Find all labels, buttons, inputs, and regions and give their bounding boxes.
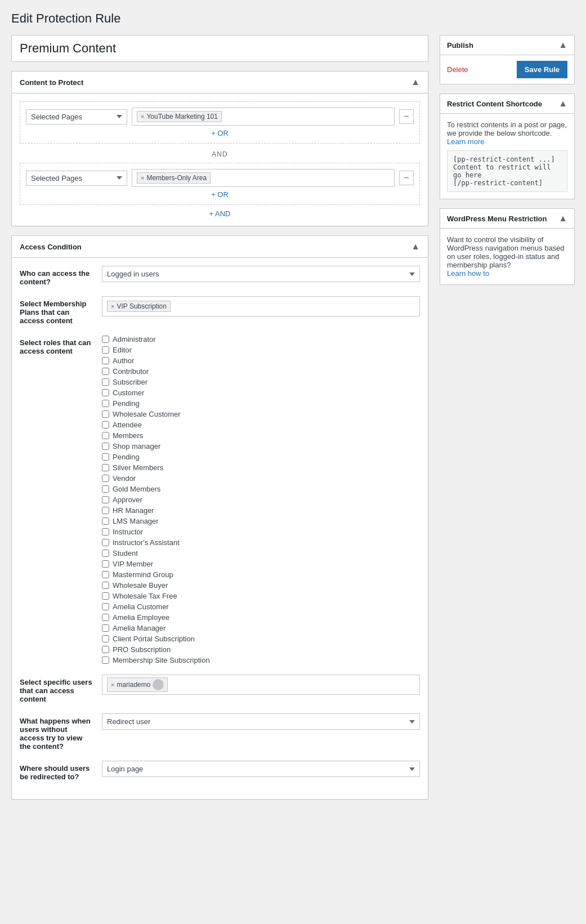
- role-label-4[interactable]: Subscriber: [113, 378, 147, 386]
- role-checkbox-23[interactable]: [102, 582, 109, 589]
- role-label-15[interactable]: Approver: [113, 496, 142, 504]
- role-checkbox-20[interactable]: [102, 550, 109, 557]
- role-label-6[interactable]: Pending: [113, 399, 140, 408]
- role-checkbox-12[interactable]: [102, 464, 109, 471]
- access-condition-toggle[interactable]: ▲: [411, 242, 420, 252]
- role-label-9[interactable]: Members: [113, 431, 143, 440]
- role-label-7[interactable]: Wholesale Customer: [113, 410, 181, 418]
- role-label-0[interactable]: Administrator: [113, 335, 156, 343]
- role-label-18[interactable]: Instructor: [113, 528, 143, 536]
- role-checkbox-6[interactable]: [102, 400, 109, 407]
- add-and-link[interactable]: + AND: [20, 209, 420, 218]
- or-link-2[interactable]: + OR: [26, 190, 414, 199]
- role-label-8[interactable]: Attendee: [113, 421, 142, 429]
- role-checkbox-17[interactable]: [102, 517, 109, 525]
- restrict-shortcode-toggle[interactable]: ▲: [558, 99, 567, 109]
- condition-select-2[interactable]: Selected Pages All Pages Selected Posts …: [26, 171, 127, 186]
- role-checkbox-5[interactable]: [102, 389, 109, 396]
- role-label-13[interactable]: Vendor: [113, 474, 136, 483]
- role-checkbox-4[interactable]: [102, 378, 109, 386]
- delete-link[interactable]: Delete: [447, 65, 468, 74]
- role-label-1[interactable]: Editor: [113, 346, 132, 354]
- role-checkbox-30[interactable]: [102, 657, 109, 664]
- publish-panel: Publish ▲ Delete Save Rule: [440, 35, 575, 84]
- menu-restriction-toggle[interactable]: ▲: [558, 213, 567, 224]
- role-label-27[interactable]: Amelia Manager: [113, 624, 166, 632]
- role-checkbox-7[interactable]: [102, 410, 109, 418]
- role-label-16[interactable]: HR Manager: [113, 506, 154, 515]
- role-label-11[interactable]: Pending: [113, 453, 140, 461]
- user-remove-mariademo[interactable]: ×: [111, 681, 114, 688]
- what-happens-select[interactable]: Redirect user Show message Show login fo…: [102, 713, 420, 730]
- role-label-5[interactable]: Customer: [113, 389, 144, 397]
- users-tag-box[interactable]: × mariademo: [102, 675, 420, 695]
- condition-select-1[interactable]: Selected Pages All Pages Selected Posts …: [26, 109, 127, 124]
- or-link-1[interactable]: + OR: [26, 129, 414, 137]
- role-label-26[interactable]: Amelia Employee: [113, 613, 169, 622]
- who-can-access-select[interactable]: Logged in users Logged out users Everyon…: [102, 266, 420, 282]
- role-label-29[interactable]: PRO Subscription: [113, 645, 171, 654]
- who-can-access-label: Who can access the content?: [20, 266, 93, 286]
- tag-input-box-1[interactable]: × YouTube Marketing 101: [132, 108, 395, 126]
- role-checkbox-24[interactable]: [102, 592, 109, 600]
- tag-remove-moa[interactable]: ×: [141, 175, 144, 181]
- tag-remove-yt101[interactable]: ×: [141, 113, 144, 120]
- role-checkbox-16[interactable]: [102, 507, 109, 514]
- role-checkbox-26[interactable]: [102, 614, 109, 621]
- content-to-protect-toggle[interactable]: ▲: [411, 77, 420, 87]
- role-checkbox-13[interactable]: [102, 475, 109, 482]
- role-label-21[interactable]: VIP Member: [113, 560, 153, 568]
- role-checkbox-3[interactable]: [102, 368, 109, 375]
- role-checkbox-21[interactable]: [102, 560, 109, 568]
- role-checkbox-27[interactable]: [102, 624, 109, 632]
- role-item-14: Gold Members: [102, 485, 420, 493]
- learn-more-link[interactable]: Learn more: [447, 137, 484, 146]
- role-checkbox-15[interactable]: [102, 496, 109, 503]
- role-checkbox-18[interactable]: [102, 528, 109, 535]
- role-label-22[interactable]: Mastermind Group: [113, 570, 173, 579]
- role-checkbox-22[interactable]: [102, 571, 109, 578]
- where-redirect-select[interactable]: Login page Home page Custom URL: [102, 761, 420, 777]
- role-label-3[interactable]: Contributor: [113, 367, 149, 376]
- publish-actions: Delete Save Rule: [440, 55, 574, 84]
- role-label-24[interactable]: Wholesale Tax Free: [113, 592, 177, 600]
- learn-how-link[interactable]: Learn how to: [447, 269, 489, 278]
- roles-wrap: AdministratorEditorAuthorContributorSubs…: [102, 335, 420, 664]
- membership-plans-wrap: × VIP Subscription: [102, 296, 420, 316]
- role-item-27: Amelia Manager: [102, 624, 420, 632]
- role-label-23[interactable]: Wholesale Buyer: [113, 581, 168, 590]
- role-label-30[interactable]: Membership Site Subscription: [113, 656, 210, 664]
- role-checkbox-8[interactable]: [102, 421, 109, 428]
- role-label-10[interactable]: Shop manager: [113, 442, 160, 450]
- remove-condition-2[interactable]: −: [399, 171, 414, 185]
- save-rule-button[interactable]: Save Rule: [517, 61, 567, 78]
- role-label-14[interactable]: Gold Members: [113, 485, 160, 493]
- user-avatar-mariademo: [153, 679, 164, 690]
- remove-condition-1[interactable]: −: [399, 109, 414, 124]
- tag-yt101: × YouTube Marketing 101: [137, 111, 222, 122]
- role-label-19[interactable]: Instructor's Assistant: [113, 538, 180, 547]
- role-checkbox-19[interactable]: [102, 539, 109, 546]
- role-checkbox-0[interactable]: [102, 336, 109, 343]
- rule-name-input[interactable]: [11, 35, 428, 62]
- membership-tag-box[interactable]: × VIP Subscription: [102, 296, 420, 316]
- role-checkbox-14[interactable]: [102, 485, 109, 493]
- role-checkbox-28[interactable]: [102, 635, 109, 642]
- tag-input-box-2[interactable]: × Members-Only Area: [132, 169, 395, 187]
- role-checkbox-9[interactable]: [102, 432, 109, 439]
- role-checkbox-10[interactable]: [102, 443, 109, 450]
- role-label-20[interactable]: Student: [113, 549, 138, 557]
- role-item-30: Membership Site Subscription: [102, 656, 420, 664]
- role-label-12[interactable]: Silver Members: [113, 463, 163, 472]
- role-label-17[interactable]: LMS Manager: [113, 517, 159, 525]
- role-label-25[interactable]: Amelia Customer: [113, 602, 169, 611]
- role-checkbox-25[interactable]: [102, 603, 109, 610]
- tag-remove-vip[interactable]: ×: [111, 303, 114, 310]
- role-label-2[interactable]: Author: [113, 356, 134, 365]
- role-checkbox-11[interactable]: [102, 453, 109, 461]
- role-checkbox-2[interactable]: [102, 357, 109, 364]
- publish-toggle[interactable]: ▲: [558, 40, 567, 50]
- role-checkbox-29[interactable]: [102, 646, 109, 653]
- role-label-28[interactable]: Client Portal Subscription: [113, 635, 195, 643]
- role-checkbox-1[interactable]: [102, 346, 109, 354]
